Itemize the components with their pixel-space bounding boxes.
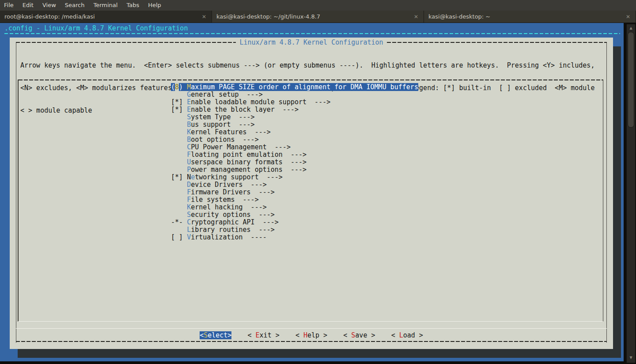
exit-button[interactable]: < Exit > [248,331,280,339]
hotkey-letter: H [303,331,307,339]
menubar-item-view[interactable]: View [38,0,61,11]
hotkey-letter: S [187,113,191,121]
hotkey-letter: E [187,98,191,106]
hotkey-letter: C [187,218,191,226]
menubar-item-search[interactable]: Search [61,0,89,11]
hotkey-letter: F [187,196,191,204]
tab-label: kasi@kasi-desktop: ~ [428,13,490,20]
tab-label: root@kasi-desktop: /media/kasi [4,13,95,20]
dialog-bottom-border [16,341,607,342]
menubar-item-file[interactable]: File [0,0,18,11]
hotkey-letter: e [191,173,195,181]
menu-item[interactable]: Library routines ---> [19,226,603,234]
hotkey-letter: V [187,233,191,241]
menu-item[interactable]: Device Drivers ---> [19,181,603,189]
menubar-item-terminal[interactable]: Terminal [89,0,122,11]
hotkey-letter: S [204,331,208,339]
menu-item[interactable]: General setup ---> [19,91,603,99]
hotkey-letter: B [187,136,191,144]
menu-item[interactable]: Power management options ---> [19,166,603,174]
hotkey-letter: G [187,91,191,99]
select-button[interactable]: <Select> [200,331,231,339]
menu-item[interactable]: Firmware Drivers ---> [19,189,603,196]
menu-item[interactable]: Kernel hacking ---> [19,204,603,211]
kernel-config-dialog: Linux/arm 4.8.7 Kernel Configuration Arr… [10,38,613,349]
hotkey-letter: D [187,181,191,189]
close-icon[interactable]: ✕ [624,14,632,20]
hotkey-letter: B [187,121,191,129]
menu-item[interactable]: [*] Enable loadable module support ---> [19,99,603,106]
menu-listbox: (8) Maximum PAGE_SIZE order of alignment… [18,80,603,322]
menuconfig-backtitle: .config - Linux/arm 4.8.7 Kernel Configu… [4,24,188,32]
tab-kasi-git-linux[interactable]: kasi@kasi-desktop: ~/git/linux-4.8.7 ✕ [212,11,424,23]
button-row: <Select> < Exit > < Help > < Save > < Lo… [10,332,613,339]
help-button[interactable]: < Help > [295,331,327,339]
hotkey-letter: K [187,128,191,136]
menu-item[interactable]: Kernel Features ---> [19,129,603,136]
menubar-item-help[interactable]: Help [144,0,166,11]
menubar: FileEditViewSearchTerminalTabsHelp [0,0,636,11]
hotkey-letter: F [187,151,191,159]
hotkey-letter: C [187,143,191,151]
menu-item[interactable]: [*] Networking support ---> [19,174,603,181]
terminal-screen[interactable]: .config - Linux/arm 4.8.7 Kernel Configu… [0,23,624,361]
menu-item[interactable]: (8) Maximum PAGE_SIZE order of alignment… [19,83,603,91]
hotkey-letter: U [187,158,191,166]
hotkey-letter: P [187,166,191,174]
hotkey-letter: S [187,211,191,219]
tab-label: kasi@kasi-desktop: ~/git/linux-4.8.7 [216,13,320,20]
hotkey-letter: E [256,331,260,339]
hotkey-letter: S [351,331,355,339]
hotkey-letter: E [187,106,191,114]
menu-item[interactable]: Security options ---> [19,211,603,219]
tab-bar: root@kasi-desktop: /media/kasi ✕ kasi@ka… [0,11,636,23]
scroll-down-icon[interactable]: ▼ [627,355,635,361]
menu-item[interactable]: Bus support ---> [19,121,603,129]
menu-item[interactable]: [ ] Virtualization ---- [19,234,603,241]
close-icon[interactable]: ✕ [200,14,208,20]
menubar-item-edit[interactable]: Edit [18,0,38,11]
backtitle-separator-line [4,33,620,34]
hotkey-letter: K [187,203,191,211]
menu-item[interactable]: File systems ---> [19,196,603,204]
scrollbar-thumb[interactable] [628,32,634,128]
listbox-top-border [19,80,603,80]
menu-item[interactable]: -*- Cryptographic API ---> [19,219,603,226]
scrollbar-track[interactable]: ▲ ▼ [626,24,636,363]
menu-item[interactable]: System Type ---> [19,114,603,121]
dialog-title: Linux/arm 4.8.7 Kernel Configuration [236,39,386,46]
frame-dash-right [387,42,607,43]
tab-root-media-kasi[interactable]: root@kasi-desktop: /media/kasi ✕ [0,11,212,23]
hotkey-letter: L [399,331,403,339]
button-separator-line [16,328,607,329]
menu-item[interactable]: CPU Power Management ---> [19,144,603,151]
cursor-block: 8 [175,83,179,91]
menu-item[interactable]: Userspace binary formats ---> [19,159,603,166]
hotkey-letter: M [187,83,191,91]
hotkey-letter: L [187,226,191,234]
menu-item[interactable]: [*] Enable the block layer ---> [19,106,603,114]
close-icon[interactable]: ✕ [412,14,420,20]
menu-item[interactable]: Floating point emulation ---> [19,151,603,159]
hotkey-letter: F [187,188,191,196]
scroll-up-icon[interactable]: ▲ [627,25,635,31]
instructions-line-1: Arrow keys navigate the menu. <Enter> se… [20,62,594,69]
load-button[interactable]: < Load > [391,331,423,339]
dialog-frame-top: Linux/arm 4.8.7 Kernel Configuration [16,39,607,46]
scrollbar[interactable]: ▲ ▼ [624,23,636,364]
save-button[interactable]: < Save > [343,331,375,339]
frame-dash-left [16,42,236,43]
menu-item[interactable]: Boot options ---> [19,136,603,144]
menubar-item-tabs[interactable]: Tabs [122,0,144,11]
window-bottom-edge [0,361,624,364]
menu-list: (8) Maximum PAGE_SIZE order of alignment… [19,83,603,241]
tab-kasi-home[interactable]: kasi@kasi-desktop: ~ ✕ [424,11,636,23]
